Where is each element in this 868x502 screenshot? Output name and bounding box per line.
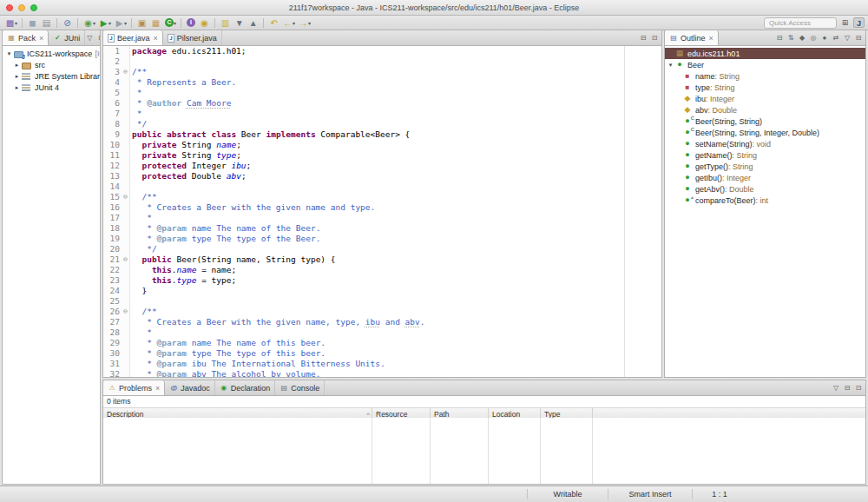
tree-toggle-icon[interactable]: ▸ <box>13 73 21 80</box>
line-number[interactable]: 28 <box>103 327 122 338</box>
line-number[interactable]: 26 <box>103 307 122 317</box>
outline-item-getname[interactable]: getName() : String <box>665 149 865 161</box>
code-line-23[interactable]: 23 this.type = type; <box>103 275 661 286</box>
code-line-26[interactable]: 26⊖ /** <box>103 307 661 317</box>
outline-item-edu-ics211-h01[interactable]: edu.ics211.h01 <box>665 48 865 59</box>
open-perspective-icon[interactable]: ⊞ <box>839 17 851 28</box>
debug-icon[interactable]: ◉▾ <box>82 17 96 29</box>
code-editor[interactable]: 1package edu.ics211.h01;23⊖/**4 * Repres… <box>103 46 661 377</box>
minimize-view-icon[interactable]: ⊟ <box>96 34 101 42</box>
tab-package-explorer[interactable]: ▦ Pack × <box>3 30 49 45</box>
line-number[interactable]: 1 <box>103 46 122 56</box>
line-number[interactable]: 10 <box>103 140 122 150</box>
code-line-17[interactable]: 17 * <box>103 213 661 223</box>
line-number[interactable]: 8 <box>103 119 122 129</box>
line-number[interactable]: 7 <box>103 109 122 119</box>
line-number[interactable]: 31 <box>103 359 122 369</box>
outline-item-name[interactable]: name : String <box>665 70 865 82</box>
new-java-project-icon[interactable]: ▣ <box>135 17 148 29</box>
code-line-1[interactable]: 1package edu.ics211.h01; <box>103 46 661 56</box>
run-icon[interactable]: ▶▾ <box>97 17 112 29</box>
outline-item-type[interactable]: type : String <box>665 82 865 93</box>
tab-outline[interactable]: ▤ Outline × <box>665 30 719 45</box>
back-icon[interactable]: ←▾ <box>281 17 296 29</box>
code-line-5[interactable]: 5 * <box>103 88 661 98</box>
previous-annotation-icon[interactable]: ▲ <box>247 17 260 29</box>
minimize-view-icon[interactable]: ⊟ <box>854 34 863 42</box>
print-icon[interactable]: ▤ <box>40 17 53 29</box>
code-line-32[interactable]: 32 * @param abv The alcohol by volume. <box>103 369 661 377</box>
line-number[interactable]: 19 <box>103 234 122 244</box>
line-number[interactable]: 12 <box>103 161 122 171</box>
tab-declaration[interactable]: ◉ Declaration <box>215 380 276 395</box>
code-line-8[interactable]: 8 */ <box>103 119 661 129</box>
hide-fields-icon[interactable]: ◆ <box>798 34 806 42</box>
tree-item-ics211-workspace[interactable]: ▾ICS211-workspace[ICS21 <box>3 48 100 59</box>
close-icon[interactable]: × <box>154 34 158 43</box>
tab-pilsner-java[interactable]: J Pilsner.java <box>163 30 222 45</box>
tab-beer-java[interactable]: J Beer.java × <box>103 30 163 45</box>
tree-item-jre-system-library[interactable]: ▸JRE System Library[Java <box>3 70 100 82</box>
tab-console[interactable]: ▤ Console <box>275 380 325 395</box>
java-perspective-icon[interactable]: J <box>853 17 865 28</box>
tab-javadoc[interactable]: @ Javadoc <box>165 380 215 395</box>
code-line-25[interactable]: 25 <box>103 296 661 307</box>
line-number[interactable]: 13 <box>103 171 122 182</box>
line-number[interactable]: 32 <box>103 369 122 377</box>
outline-item-beer-string-string[interactable]: Beer(String, String) <box>665 116 865 127</box>
line-number[interactable]: 23 <box>103 275 122 286</box>
view-menu-icon[interactable]: ▽ <box>843 34 852 42</box>
line-number[interactable]: 18 <box>103 223 122 234</box>
line-number[interactable]: 21 <box>103 254 122 265</box>
code-line-3[interactable]: 3⊖/** <box>103 67 661 77</box>
code-line-29[interactable]: 29 * @param name The name of this beer. <box>103 338 661 348</box>
forward-icon[interactable]: →▾ <box>297 17 312 29</box>
line-number[interactable]: 17 <box>103 213 122 223</box>
last-edit-location-icon[interactable]: ↶ <box>267 17 280 29</box>
tree-item-junit-4[interactable]: ▸JUnit 4 <box>3 82 100 93</box>
code-line-4[interactable]: 4 * Represents a Beer. <box>103 77 661 88</box>
outline-item-gettype[interactable]: getType() : String <box>665 161 865 172</box>
fold-marker-icon[interactable]: ⊖ <box>122 67 130 77</box>
hide-static-members-icon[interactable]: ◎ <box>809 34 818 42</box>
maximize-view-icon[interactable]: ⊡ <box>854 384 863 392</box>
code-line-13[interactable]: 13 protected Double abv; <box>103 171 661 182</box>
search-icon[interactable]: ◉ <box>198 17 211 29</box>
code-line-6[interactable]: 6 * @author Cam Moore <box>103 98 661 109</box>
quick-access-button[interactable]: Quick Access <box>764 17 837 29</box>
minimize-view-icon[interactable]: ⊟ <box>843 384 852 392</box>
code-line-19[interactable]: 19 * @param type The type of the Beer. <box>103 234 661 244</box>
code-line-24[interactable]: 24 } <box>103 286 661 296</box>
line-number[interactable]: 11 <box>103 150 122 161</box>
code-line-30[interactable]: 30 * @param type The type of this beer. <box>103 348 661 359</box>
line-number[interactable]: 30 <box>103 348 122 359</box>
line-number[interactable]: 14 <box>103 182 122 192</box>
minimize-view-icon[interactable]: ⊟ <box>639 34 648 42</box>
line-number[interactable]: 20 <box>103 244 122 254</box>
code-line-16[interactable]: 16 * Creates a Beer with the given name … <box>103 202 661 213</box>
outline-item-getabv[interactable]: getAbv() : Double <box>665 183 865 195</box>
view-menu-icon[interactable]: ▽ <box>832 384 840 392</box>
tree-toggle-icon[interactable]: ▸ <box>13 62 21 69</box>
outline-item-setname-string[interactable]: setName(String) : void <box>665 138 865 149</box>
code-line-28[interactable]: 28 * <box>103 327 661 338</box>
code-line-11[interactable]: 11 private String type; <box>103 150 661 161</box>
collapse-all-icon[interactable]: ⊟ <box>775 34 784 42</box>
line-number[interactable]: 16 <box>103 202 122 213</box>
line-number[interactable]: 4 <box>103 77 122 88</box>
tree-toggle-icon[interactable]: ▸ <box>13 84 21 91</box>
insert-mode-status[interactable]: Smart Insert <box>608 489 692 499</box>
fold-marker-icon[interactable]: ⊖ <box>122 254 130 265</box>
external-tools-icon[interactable]: ▶▾ <box>113 17 128 29</box>
line-number[interactable]: 2 <box>103 56 122 67</box>
line-number[interactable]: 25 <box>103 296 122 307</box>
line-number[interactable]: 24 <box>103 286 122 296</box>
code-line-7[interactable]: 7 * <box>103 109 661 119</box>
fold-marker-icon[interactable]: ⊖ <box>122 192 130 202</box>
line-number[interactable]: 15 <box>103 192 122 202</box>
code-line-12[interactable]: 12 protected Integer ibu; <box>103 161 661 171</box>
close-icon[interactable]: × <box>155 384 160 393</box>
hide-non-public-icon[interactable]: ● <box>820 34 829 42</box>
skip-breakpoints-icon[interactable]: ⊘ <box>61 17 74 29</box>
zoom-window-icon[interactable] <box>30 4 37 11</box>
